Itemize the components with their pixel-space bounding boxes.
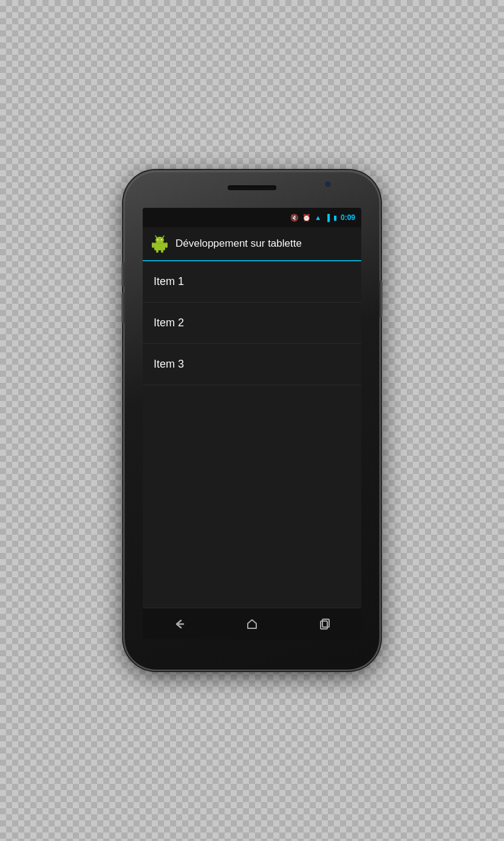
list-item-label: Item 1: [154, 275, 184, 288]
home-icon: [245, 617, 259, 631]
power-button[interactable]: [380, 281, 383, 317]
phone-bottom: [124, 639, 380, 670]
phone-screen: 🔇 ⏰ ▲ ▐ ▮ 0:09: [143, 208, 361, 639]
list-empty-area: [143, 385, 361, 608]
signal-icon: ▐: [325, 214, 330, 221]
front-camera: [325, 181, 331, 187]
status-bar: 🔇 ⏰ ▲ ▐ ▮ 0:09: [143, 208, 361, 227]
svg-rect-8: [156, 250, 158, 253]
svg-point-3: [161, 239, 162, 241]
svg-rect-7: [165, 242, 168, 248]
mute-icon: 🔇: [290, 214, 299, 222]
wifi-icon: ▲: [315, 214, 321, 221]
status-time: 0:09: [341, 213, 355, 222]
volume-up-button[interactable]: [121, 263, 124, 287]
list-item[interactable]: Item 3: [143, 344, 361, 385]
home-button[interactable]: [233, 613, 271, 636]
action-bar: Développement sur tablette: [143, 227, 361, 261]
app-title: Développement sur tablette: [175, 238, 302, 250]
svg-line-4: [155, 236, 157, 238]
android-logo-icon: [150, 234, 169, 253]
recents-button[interactable]: [306, 613, 344, 636]
volume-down-button[interactable]: [121, 293, 124, 323]
svg-rect-12: [322, 619, 329, 627]
alarm-icon: ⏰: [302, 214, 311, 222]
list-item-label: Item 2: [154, 317, 184, 329]
back-button[interactable]: [160, 613, 198, 636]
list-container: Item 1 Item 2 Item 3: [143, 261, 361, 608]
svg-point-2: [157, 239, 158, 241]
phone-top: [124, 171, 380, 208]
svg-rect-6: [152, 242, 154, 248]
list-item[interactable]: Item 1: [143, 261, 361, 303]
phone-device: 🔇 ⏰ ▲ ▐ ▮ 0:09: [124, 171, 380, 670]
battery-icon: ▮: [333, 214, 337, 222]
svg-rect-10: [155, 243, 165, 244]
svg-rect-9: [161, 250, 163, 253]
nav-bar: [143, 608, 361, 639]
back-icon: [172, 617, 186, 631]
list-item[interactable]: Item 2: [143, 303, 361, 344]
list-item-label: Item 3: [154, 358, 184, 371]
speaker: [228, 185, 276, 190]
recents-icon: [318, 617, 332, 631]
svg-rect-11: [321, 621, 327, 629]
svg-line-5: [163, 236, 164, 238]
